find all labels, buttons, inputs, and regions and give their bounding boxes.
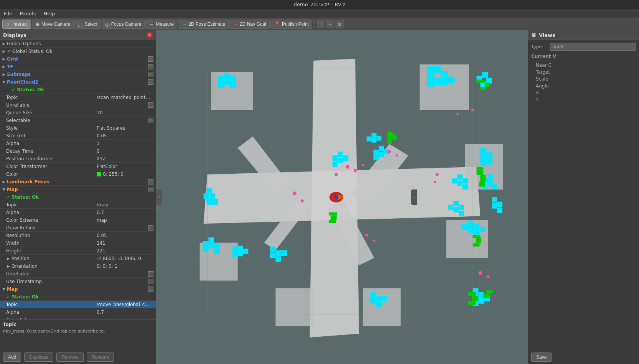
checkbox-submaps[interactable]: ✓ xyxy=(148,72,153,77)
tree-row-map1[interactable]: ▼ Map ✓ xyxy=(0,186,156,193)
tree-row-map1-alpha[interactable]: Alpha 0.7 xyxy=(0,209,156,216)
checkbox-map1-drawbehind[interactable]: ✓ xyxy=(148,225,153,231)
checkbox-map1[interactable]: ✓ xyxy=(148,187,153,192)
pose-estimate-button[interactable]: → 2D Pose Estimate xyxy=(178,20,229,29)
tree-row-pc2-unreliable[interactable]: Unreliable ✓ xyxy=(0,101,156,109)
tree-row-map1-unreliable[interactable]: Unreliable ✓ xyxy=(0,270,156,278)
views-type-dropdown[interactable]: TopD xyxy=(550,43,636,51)
svg-rect-99 xyxy=(238,246,243,251)
tree-row-map1-orientation[interactable]: ▶ Orientation 0; 0; 0; 1 xyxy=(0,262,156,270)
nav-goal-button[interactable]: → 2D Nav Goal xyxy=(229,20,270,29)
checkbox-pc2-unreliable[interactable]: ✓ xyxy=(148,102,153,108)
checkbox-pc2-selectable[interactable]: ✓ xyxy=(148,118,153,123)
menu-panels[interactable]: Panels xyxy=(18,10,38,17)
tree-row-map1-colorscheme[interactable]: Color Scheme map xyxy=(0,216,156,224)
tree-row-map1-width[interactable]: Width 141 xyxy=(0,239,156,247)
svg-rect-125 xyxy=(476,80,485,83)
save-button[interactable]: Save xyxy=(531,352,552,362)
expand-pointcloud2[interactable]: ▼ xyxy=(2,80,6,84)
tree-row-pc2-color[interactable]: Color 0; 255; 0 xyxy=(0,170,156,178)
move-camera-button[interactable]: ⊕ Move Camera xyxy=(32,20,74,29)
menu-help[interactable]: Help xyxy=(42,10,57,17)
expand-map1-orientation[interactable]: ▶ xyxy=(6,264,11,268)
views-prop-scale: Scale xyxy=(531,76,636,82)
tree-row-submaps[interactable]: ▶ Submaps ✓ xyxy=(0,71,156,78)
svg-point-154 xyxy=(434,181,436,183)
tree-row-pc2-postransform[interactable]: Position Transformer XYZ xyxy=(0,155,156,163)
checkbox-map2[interactable]: ✓ xyxy=(148,287,153,292)
tree-row-map1-topic[interactable]: Topic /map xyxy=(0,201,156,209)
tree-row-map2-colorscheme[interactable]: Color Scheme costmap xyxy=(0,316,156,319)
viewport[interactable]: ‹ xyxy=(156,30,528,364)
right-collapse-button[interactable]: › xyxy=(411,189,417,205)
tree-row-pc2-style[interactable]: Style Flat Squares xyxy=(0,124,156,132)
label-map1-status: ✓ Status: Ok xyxy=(6,194,154,200)
left-collapse-button[interactable]: ‹ xyxy=(156,189,162,205)
tree-row-map1-usetimestamp[interactable]: Use Timestamp ✓ xyxy=(0,278,156,285)
expand-global-options[interactable]: ▶ xyxy=(2,41,6,46)
svg-rect-36 xyxy=(427,80,434,87)
expand-map2[interactable]: ▼ xyxy=(2,287,6,292)
tree-row-pc2-alpha[interactable]: Alpha 1 xyxy=(0,140,156,147)
rename-button[interactable]: Rename xyxy=(87,352,114,362)
expand-landmark-poses[interactable]: ▶ xyxy=(2,180,6,184)
tree-row-pc2-selectable[interactable]: Selectable ✓ xyxy=(0,117,156,124)
svg-rect-123 xyxy=(333,161,338,167)
label-pc2-alpha: Alpha xyxy=(6,141,97,146)
tree-panel[interactable]: ▶ Global Options ▶ ✓ Global Status: Ok ▶… xyxy=(0,40,156,319)
tree-row-grid[interactable]: ▶ Grid ✓ xyxy=(0,55,156,63)
focus-camera-button[interactable]: ◎ Focus Camera xyxy=(102,20,145,29)
tree-row-tf[interactable]: ▶ TF ✓ xyxy=(0,63,156,71)
checkbox-map1-unreliable[interactable]: ✓ xyxy=(148,271,153,277)
tree-row-pc2-colortransform[interactable]: Color Transformer FlatColor xyxy=(0,163,156,170)
tree-row-map1-drawbehind[interactable]: Draw Behind ✓ xyxy=(0,224,156,232)
tree-row-map1-position[interactable]: ▶ Position -2.8605; -3.3996; 0 xyxy=(0,255,156,262)
displays-close-button[interactable]: ✕ xyxy=(147,32,153,38)
tree-row-pc2-size[interactable]: Size (m) 0.05 xyxy=(0,132,156,140)
expand-global-status[interactable]: ▶ xyxy=(2,49,6,54)
checkbox-pointcloud2[interactable]: ✓ xyxy=(148,79,153,85)
remove-button[interactable]: Remove xyxy=(56,352,84,362)
add-button[interactable]: Add xyxy=(3,352,21,362)
value-map1-position: -2.8605; -3.3996; 0 xyxy=(97,256,154,261)
checkbox-grid[interactable]: ✓ xyxy=(148,56,153,62)
svg-rect-82 xyxy=(209,193,215,199)
publish-point-button[interactable]: 📍 Publish Point xyxy=(270,20,312,29)
zoom-out-button[interactable]: − xyxy=(326,20,334,28)
tree-row-pc2-decaytime[interactable]: Decay Time 0 xyxy=(0,147,156,155)
tree-row-landmark-poses[interactable]: ▶ Landmark Poses ✓ xyxy=(0,178,156,186)
expand-grid[interactable]: ▶ xyxy=(2,57,6,61)
duplicate-button[interactable]: Duplicate xyxy=(24,352,53,362)
expand-pc2-status xyxy=(6,87,11,92)
checkbox-landmark-poses[interactable]: ✓ xyxy=(148,179,153,184)
svg-rect-47 xyxy=(230,76,236,82)
tree-row-pointcloud2[interactable]: ▼ PointCloud2 ✓ xyxy=(0,78,156,86)
tree-row-map1-resolution[interactable]: Resolution 0.05 xyxy=(0,232,156,239)
tree-row-map2[interactable]: ▼ Map ✓ xyxy=(0,285,156,293)
tree-row-global-status[interactable]: ▶ ✓ Global Status: Ok xyxy=(0,48,156,55)
value-map1-colorscheme: map xyxy=(97,217,154,223)
expand-tf[interactable]: ▶ xyxy=(2,64,6,69)
views-prop-target: Target xyxy=(531,69,636,76)
view-options-button[interactable]: ⊙ xyxy=(335,20,344,28)
tree-row-map1-height[interactable]: Height 221 xyxy=(0,247,156,255)
checkbox-tf[interactable]: ✓ xyxy=(148,64,153,69)
toolbar: ☞ Interact ⊕ Move Camera ⬚ Select ◎ Focu… xyxy=(0,18,639,30)
measure-button[interactable]: ↔ Measure xyxy=(145,20,177,29)
tree-row-map2-topic[interactable]: Topic /move_base/global_c… xyxy=(0,301,156,308)
expand-submaps[interactable]: ▶ xyxy=(2,72,6,77)
interact-button[interactable]: ☞ Interact xyxy=(2,20,31,29)
zoom-in-button[interactable]: + xyxy=(317,20,325,28)
expand-map1[interactable]: ▼ xyxy=(2,187,6,192)
svg-rect-62 xyxy=(474,224,480,230)
menubar: File Panels Help xyxy=(0,9,639,18)
expand-map1-position[interactable]: ▶ xyxy=(6,256,11,261)
tree-row-map2-alpha[interactable]: Alpha 0.7 xyxy=(0,308,156,316)
tree-row-pc2-topic[interactable]: Topic /scan_matched_point… xyxy=(0,94,156,101)
tree-row-pc2-queuesize[interactable]: Queue Size 10 xyxy=(0,109,156,117)
svg-rect-66 xyxy=(497,202,502,207)
menu-file[interactable]: File xyxy=(2,10,14,17)
select-button[interactable]: ⬚ Select xyxy=(74,20,100,29)
tree-row-global-options[interactable]: ▶ Global Options xyxy=(0,40,156,48)
checkbox-map1-usetimestamp[interactable]: ✓ xyxy=(148,279,153,284)
